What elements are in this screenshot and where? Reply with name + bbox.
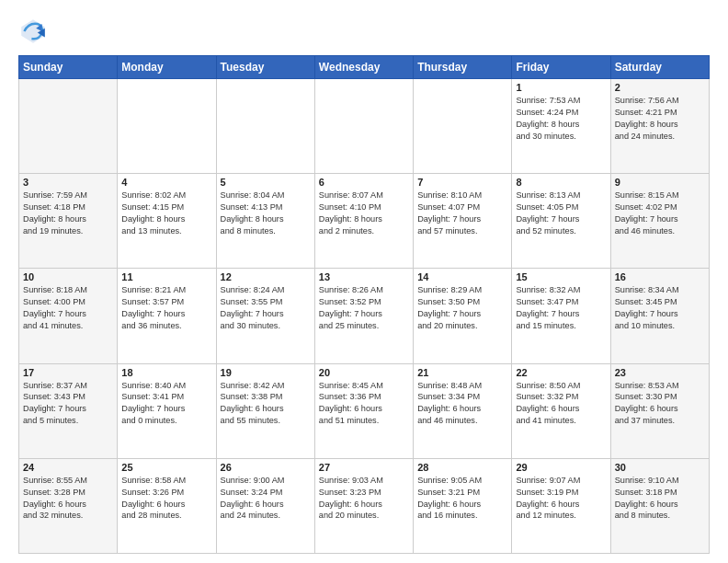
day-number: 17 — [23, 367, 113, 378]
calendar-cell — [216, 79, 314, 174]
day-info: Sunrise: 8:21 AM Sunset: 3:57 PM Dayligh… — [121, 284, 211, 332]
week-row-5: 24Sunrise: 8:55 AM Sunset: 3:28 PM Dayli… — [19, 458, 710, 553]
day-number: 21 — [417, 367, 507, 378]
week-row-1: 1Sunrise: 7:53 AM Sunset: 4:24 PM Daylig… — [19, 79, 710, 174]
day-info: Sunrise: 8:02 AM Sunset: 4:15 PM Dayligh… — [121, 190, 211, 237]
day-info: Sunrise: 9:07 AM Sunset: 3:19 PM Dayligh… — [516, 475, 606, 523]
day-info: Sunrise: 8:37 AM Sunset: 3:43 PM Dayligh… — [23, 380, 113, 428]
calendar-cell: 14Sunrise: 8:29 AM Sunset: 3:50 PM Dayli… — [414, 269, 512, 363]
calendar-cell: 2Sunrise: 7:56 AM Sunset: 4:21 PM Daylig… — [610, 79, 709, 174]
day-info: Sunrise: 7:53 AM Sunset: 4:24 PM Dayligh… — [516, 95, 606, 143]
day-number: 29 — [516, 462, 606, 473]
day-number: 11 — [121, 271, 211, 282]
calendar-cell: 10Sunrise: 8:18 AM Sunset: 4:00 PM Dayli… — [19, 269, 118, 363]
day-info: Sunrise: 8:40 AM Sunset: 3:41 PM Dayligh… — [121, 380, 211, 428]
weekday-header-tuesday: Tuesday — [216, 56, 314, 79]
day-number: 15 — [516, 271, 606, 282]
calendar-cell: 7Sunrise: 8:10 AM Sunset: 4:07 PM Daylig… — [414, 174, 512, 269]
weekday-header-monday: Monday — [118, 56, 216, 79]
calendar-cell: 22Sunrise: 8:50 AM Sunset: 3:32 PM Dayli… — [512, 363, 610, 458]
calendar-cell: 5Sunrise: 8:04 AM Sunset: 4:13 PM Daylig… — [216, 174, 314, 269]
day-info: Sunrise: 8:10 AM Sunset: 4:07 PM Dayligh… — [417, 190, 507, 237]
calendar-cell: 3Sunrise: 7:59 AM Sunset: 4:18 PM Daylig… — [19, 174, 118, 269]
day-number: 3 — [23, 177, 113, 188]
calendar-cell: 1Sunrise: 7:53 AM Sunset: 4:24 PM Daylig… — [512, 79, 610, 174]
weekday-header-sunday: Sunday — [19, 56, 118, 79]
logo — [18, 17, 51, 46]
day-info: Sunrise: 8:13 AM Sunset: 4:05 PM Dayligh… — [516, 190, 606, 237]
logo-icon — [18, 17, 48, 46]
weekday-header-row: SundayMondayTuesdayWednesdayThursdayFrid… — [19, 56, 710, 79]
calendar-cell: 23Sunrise: 8:53 AM Sunset: 3:30 PM Dayli… — [610, 363, 709, 458]
day-number: 28 — [417, 462, 507, 473]
calendar-cell — [118, 79, 216, 174]
day-number: 14 — [417, 271, 507, 282]
weekday-header-saturday: Saturday — [610, 56, 709, 79]
calendar-cell: 19Sunrise: 8:42 AM Sunset: 3:38 PM Dayli… — [216, 363, 314, 458]
calendar-cell — [19, 79, 118, 174]
calendar-cell: 4Sunrise: 8:02 AM Sunset: 4:15 PM Daylig… — [118, 174, 216, 269]
calendar-cell: 9Sunrise: 8:15 AM Sunset: 4:02 PM Daylig… — [610, 174, 709, 269]
calendar-cell: 21Sunrise: 8:48 AM Sunset: 3:34 PM Dayli… — [414, 363, 512, 458]
calendar-cell — [414, 79, 512, 174]
calendar-cell: 17Sunrise: 8:37 AM Sunset: 3:43 PM Dayli… — [19, 363, 118, 458]
calendar-cell: 6Sunrise: 8:07 AM Sunset: 4:10 PM Daylig… — [314, 174, 413, 269]
day-info: Sunrise: 8:53 AM Sunset: 3:30 PM Dayligh… — [615, 380, 705, 428]
day-number: 12 — [221, 271, 311, 282]
day-info: Sunrise: 9:05 AM Sunset: 3:21 PM Dayligh… — [417, 475, 507, 523]
day-number: 23 — [615, 367, 705, 378]
day-info: Sunrise: 8:18 AM Sunset: 4:00 PM Dayligh… — [23, 284, 113, 332]
calendar-cell: 16Sunrise: 8:34 AM Sunset: 3:45 PM Dayli… — [610, 269, 709, 363]
day-info: Sunrise: 8:26 AM Sunset: 3:52 PM Dayligh… — [319, 284, 409, 332]
calendar-cell: 20Sunrise: 8:45 AM Sunset: 3:36 PM Dayli… — [314, 363, 413, 458]
day-number: 25 — [121, 462, 211, 473]
day-number: 26 — [221, 462, 311, 473]
day-number: 7 — [417, 177, 507, 188]
day-number: 10 — [23, 271, 113, 282]
calendar-cell: 13Sunrise: 8:26 AM Sunset: 3:52 PM Dayli… — [314, 269, 413, 363]
day-number: 19 — [221, 367, 311, 378]
weekday-header-wednesday: Wednesday — [314, 56, 413, 79]
calendar-cell — [314, 79, 413, 174]
calendar-cell: 27Sunrise: 9:03 AM Sunset: 3:23 PM Dayli… — [314, 458, 413, 553]
day-info: Sunrise: 8:42 AM Sunset: 3:38 PM Dayligh… — [221, 380, 311, 428]
calendar-cell: 24Sunrise: 8:55 AM Sunset: 3:28 PM Dayli… — [19, 458, 118, 553]
header — [18, 17, 710, 46]
day-number: 13 — [319, 271, 409, 282]
calendar-cell: 8Sunrise: 8:13 AM Sunset: 4:05 PM Daylig… — [512, 174, 610, 269]
day-info: Sunrise: 8:34 AM Sunset: 3:45 PM Dayligh… — [615, 284, 705, 332]
day-info: Sunrise: 8:58 AM Sunset: 3:26 PM Dayligh… — [121, 475, 211, 523]
weekday-header-thursday: Thursday — [414, 56, 512, 79]
calendar-cell: 18Sunrise: 8:40 AM Sunset: 3:41 PM Dayli… — [118, 363, 216, 458]
calendar-cell: 11Sunrise: 8:21 AM Sunset: 3:57 PM Dayli… — [118, 269, 216, 363]
day-info: Sunrise: 8:24 AM Sunset: 3:55 PM Dayligh… — [221, 284, 311, 332]
day-number: 6 — [319, 177, 409, 188]
day-number: 27 — [319, 462, 409, 473]
calendar-cell: 30Sunrise: 9:10 AM Sunset: 3:18 PM Dayli… — [610, 458, 709, 553]
day-number: 30 — [615, 462, 705, 473]
day-info: Sunrise: 8:45 AM Sunset: 3:36 PM Dayligh… — [319, 380, 409, 428]
day-number: 5 — [221, 177, 311, 188]
day-number: 8 — [516, 177, 606, 188]
day-info: Sunrise: 7:56 AM Sunset: 4:21 PM Dayligh… — [615, 95, 705, 143]
day-number: 1 — [516, 82, 606, 93]
day-number: 20 — [319, 367, 409, 378]
day-info: Sunrise: 9:00 AM Sunset: 3:24 PM Dayligh… — [221, 475, 311, 523]
calendar-cell: 25Sunrise: 8:58 AM Sunset: 3:26 PM Dayli… — [118, 458, 216, 553]
calendar-cell: 29Sunrise: 9:07 AM Sunset: 3:19 PM Dayli… — [512, 458, 610, 553]
day-info: Sunrise: 7:59 AM Sunset: 4:18 PM Dayligh… — [23, 190, 113, 237]
calendar-cell: 26Sunrise: 9:00 AM Sunset: 3:24 PM Dayli… — [216, 458, 314, 553]
calendar-table: SundayMondayTuesdayWednesdayThursdayFrid… — [18, 55, 710, 554]
day-info: Sunrise: 8:50 AM Sunset: 3:32 PM Dayligh… — [516, 380, 606, 428]
calendar-header: SundayMondayTuesdayWednesdayThursdayFrid… — [19, 56, 710, 79]
calendar-cell: 28Sunrise: 9:05 AM Sunset: 3:21 PM Dayli… — [414, 458, 512, 553]
calendar-body: 1Sunrise: 7:53 AM Sunset: 4:24 PM Daylig… — [19, 79, 710, 554]
calendar-cell: 15Sunrise: 8:32 AM Sunset: 3:47 PM Dayli… — [512, 269, 610, 363]
day-number: 9 — [615, 177, 705, 188]
day-number: 4 — [121, 177, 211, 188]
day-info: Sunrise: 8:15 AM Sunset: 4:02 PM Dayligh… — [615, 190, 705, 237]
week-row-2: 3Sunrise: 7:59 AM Sunset: 4:18 PM Daylig… — [19, 174, 710, 269]
day-number: 22 — [516, 367, 606, 378]
week-row-4: 17Sunrise: 8:37 AM Sunset: 3:43 PM Dayli… — [19, 363, 710, 458]
day-info: Sunrise: 8:55 AM Sunset: 3:28 PM Dayligh… — [23, 475, 113, 523]
